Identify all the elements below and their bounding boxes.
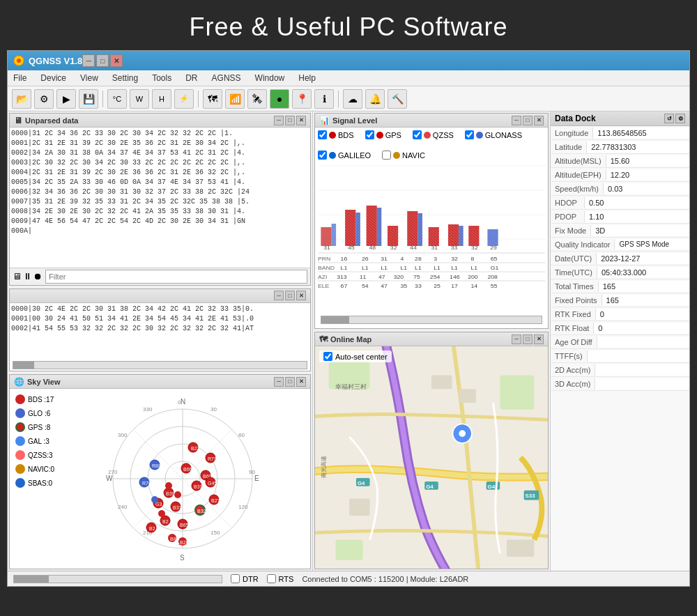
toolbar-temp-h[interactable]: H xyxy=(152,89,171,109)
dock-value-fixed-points[interactable] xyxy=(602,295,689,306)
map-max-btn[interactable]: □ xyxy=(523,334,533,344)
dock-label-rtk-float: RTK Float xyxy=(551,323,594,334)
toolbar-satellite[interactable]: 🛰 xyxy=(247,89,267,109)
panel-close-btn[interactable]: ✕ xyxy=(296,116,306,125)
menu-device[interactable]: Device xyxy=(38,72,69,84)
toolbar-play[interactable]: ▶ xyxy=(56,89,76,109)
rts-checkbox[interactable] xyxy=(267,574,276,583)
dock-value-rtk-float[interactable] xyxy=(594,323,689,334)
autocenter-checkbox[interactable] xyxy=(323,352,332,361)
dock-value-latitude[interactable] xyxy=(587,141,689,153)
panel-min-btn[interactable]: ─ xyxy=(274,116,284,125)
svg-text:B39: B39 xyxy=(166,491,175,496)
toolbar-cloud2[interactable]: 🔔 xyxy=(365,89,385,109)
svg-text:146: 146 xyxy=(450,273,460,280)
dock-value-hdop[interactable] xyxy=(585,197,689,208)
dock-value-pdop[interactable] xyxy=(585,211,689,222)
signal-max-btn[interactable]: □ xyxy=(523,116,533,125)
menu-agnss[interactable]: AGNSS xyxy=(209,72,244,84)
dock-btn1[interactable]: ↺ xyxy=(664,114,674,123)
svg-text:25: 25 xyxy=(434,282,441,289)
cb-qzss-input[interactable] xyxy=(413,130,422,139)
toolbar-info[interactable]: ℹ xyxy=(314,89,334,109)
skyview-close-btn[interactable]: ✕ xyxy=(296,377,306,387)
map-close-btn[interactable]: ✕ xyxy=(534,334,544,344)
minimize-button[interactable]: ─ xyxy=(82,54,95,67)
dtr-label[interactable]: DTR xyxy=(231,574,259,583)
cb-gps[interactable]: GPS xyxy=(365,130,401,139)
dock-value-ttff[interactable] xyxy=(588,351,689,362)
toolbar-temp-c[interactable]: °C xyxy=(107,89,127,109)
panel2-min-btn[interactable]: ─ xyxy=(274,291,284,300)
maximize-button[interactable]: □ xyxy=(96,54,109,67)
cb-qzss[interactable]: QZSS xyxy=(413,130,454,139)
cb-galileo[interactable]: GALILEO xyxy=(318,151,371,160)
filter-icon1[interactable]: 🖥 xyxy=(13,271,22,282)
dock-value-alt-msl[interactable] xyxy=(606,155,689,167)
dock-value-fix-mode[interactable] xyxy=(591,225,689,236)
dock-label-quality: Quality Indicator xyxy=(551,239,615,250)
dock-btn2[interactable]: ⚙ xyxy=(675,114,685,123)
toolbar-open[interactable]: 📂 xyxy=(12,89,31,109)
filter-icon3[interactable]: ⏺ xyxy=(33,271,43,282)
signal-min-btn[interactable]: ─ xyxy=(512,116,521,125)
svg-text:208: 208 xyxy=(487,273,498,280)
filter-icon2[interactable]: ⏸ xyxy=(23,271,32,282)
dock-value-2d-acc[interactable] xyxy=(595,364,689,376)
map-min-btn[interactable]: ─ xyxy=(512,334,521,344)
cb-glonass-input[interactable] xyxy=(465,130,474,139)
toolbar-hammer[interactable]: 🔨 xyxy=(388,89,407,109)
menu-dr[interactable]: DR xyxy=(183,72,200,84)
dock-value-alt-eph[interactable] xyxy=(606,169,689,180)
svg-text:17: 17 xyxy=(451,282,458,289)
cb-gps-input[interactable] xyxy=(365,130,374,139)
skyview-min-btn[interactable]: ─ xyxy=(274,377,284,387)
toolbar-temp-w[interactable]: W xyxy=(130,89,149,109)
cb-bds[interactable]: BDS xyxy=(318,130,354,139)
cb-glonass[interactable]: GLONASS xyxy=(465,130,522,139)
signal-close-btn[interactable]: ✕ xyxy=(534,116,544,125)
dock-value-time[interactable] xyxy=(597,267,689,278)
menu-tools[interactable]: Tools xyxy=(149,72,174,84)
svg-text:90: 90 xyxy=(249,469,255,475)
cb-navic-input[interactable] xyxy=(382,151,391,160)
menu-window[interactable]: Window xyxy=(252,72,288,84)
toolbar-location[interactable]: 📍 xyxy=(292,89,312,109)
rts-label[interactable]: RTS xyxy=(267,574,294,583)
panel2-max-btn[interactable]: □ xyxy=(285,291,295,300)
skyview-max-btn[interactable]: □ xyxy=(285,377,295,387)
toolbar-cloud[interactable]: ☁ xyxy=(343,89,362,109)
dock-row-longitude: Longitude xyxy=(551,126,689,140)
main-scrollbar[interactable] xyxy=(13,575,222,583)
close-button[interactable]: ✕ xyxy=(110,54,123,67)
cb-navic[interactable]: NAVIC xyxy=(382,151,425,160)
dock-label-latitude: Latitude xyxy=(551,141,587,153)
toolbar-map[interactable]: 🗺 xyxy=(203,89,222,109)
panel-max-btn[interactable]: □ xyxy=(285,116,295,125)
dock-value-rtk-fixed[interactable] xyxy=(596,309,689,320)
svg-rect-152 xyxy=(500,376,534,410)
dock-value-age-diff[interactable] xyxy=(597,337,689,348)
dtr-checkbox[interactable] xyxy=(231,574,240,583)
toolbar-signal[interactable]: 📶 xyxy=(225,89,245,109)
dock-value-total-times[interactable] xyxy=(599,281,689,292)
dock-value-3d-acc[interactable] xyxy=(595,378,689,390)
toolbar-save[interactable]: 💾 xyxy=(79,89,98,109)
cb-bds-input[interactable] xyxy=(318,130,327,139)
dock-value-speed[interactable] xyxy=(604,183,689,194)
filter-input[interactable] xyxy=(45,270,307,284)
menu-help[interactable]: Help xyxy=(296,72,319,84)
toolbar-tool4[interactable]: ⚡ xyxy=(174,89,194,109)
dock-value-quality[interactable] xyxy=(615,239,689,249)
cb-galileo-input[interactable] xyxy=(318,151,327,160)
sky-view-svg: N E S W 0 30 60 90 120 150 180 xyxy=(102,392,263,566)
sep1 xyxy=(102,91,103,107)
toolbar-green-dot[interactable]: ● xyxy=(270,89,289,109)
menu-setting[interactable]: Setting xyxy=(109,72,141,84)
dock-value-date[interactable] xyxy=(597,253,689,264)
toolbar-settings[interactable]: ⚙ xyxy=(34,89,54,109)
menu-view[interactable]: View xyxy=(77,72,101,84)
dock-value-longitude[interactable] xyxy=(593,128,689,139)
menu-file[interactable]: File xyxy=(10,72,29,84)
panel2-close-btn[interactable]: ✕ xyxy=(296,291,306,300)
